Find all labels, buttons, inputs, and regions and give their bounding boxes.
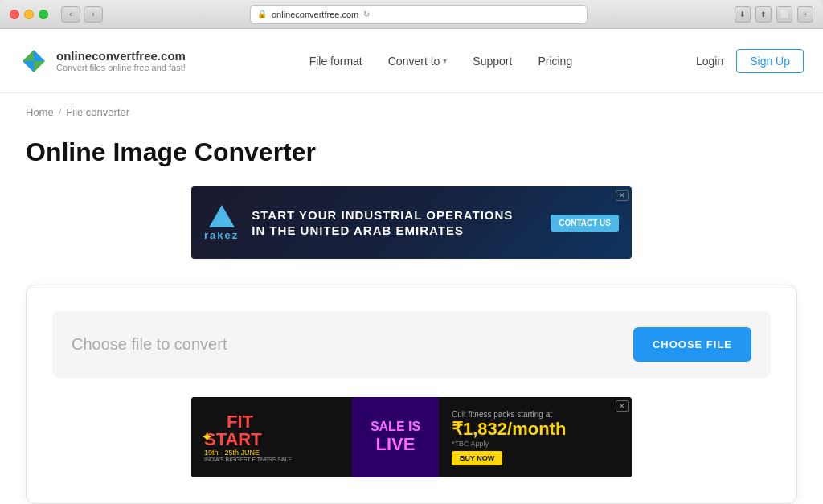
close-button[interactable] (10, 10, 19, 19)
ad-banner-top: ✕ rakez START YOUR INDUSTRIAL OPERATIONS… (191, 186, 632, 259)
page-title: Online Image Converter (26, 137, 797, 167)
download-icon[interactable]: ⬇ (735, 6, 751, 23)
page-body: Home / File converter Online Image Conve… (0, 93, 823, 504)
price-value: ₹ (452, 419, 463, 439)
converter-box: Choose file to convert CHOOSE FILE ✕ ✦ F… (26, 285, 797, 504)
logo-area: onlineconvertfree.com Convert files onli… (19, 47, 186, 76)
ad-badge: ✕ (616, 190, 629, 201)
nav-convert-to[interactable]: Convert to ▾ (388, 55, 448, 68)
breadcrumb: Home / File converter (26, 106, 797, 118)
nav-convert-to-label: Convert to (388, 55, 440, 68)
file-choose-row: Choose file to convert CHOOSE FILE (52, 311, 771, 378)
maximize-button[interactable] (39, 10, 48, 19)
logo-tagline: Convert files online free and fast! (56, 63, 186, 72)
tbc-text: *TBC Apply (452, 440, 619, 448)
fitness-icon: ✦ (201, 428, 213, 446)
ad-mid-section: SALE IS LIVE (352, 397, 439, 477)
ad-banner-bottom: ✕ ✦ FIT START 19th - 25th JUNE INDIA'S B… (191, 397, 632, 477)
header-actions: Login Sign Up (696, 49, 804, 73)
ad-right-section: Cult fitness packs starting at ₹1,832/mo… (439, 397, 632, 477)
fit-text: FIT (227, 413, 339, 431)
forward-button[interactable]: › (84, 6, 103, 23)
price-text: ₹1,832/month (452, 419, 619, 440)
refresh-icon[interactable]: ↻ (363, 10, 370, 18)
browser-nav-buttons: ‹ › (61, 6, 103, 23)
url-text: onlineconvertfree.com (272, 10, 358, 19)
nav-file-format[interactable]: File format (309, 55, 362, 68)
india-text: INDIA'S BIGGEST FITNESS SALE (204, 457, 339, 462)
logo-text-block: onlineconvertfree.com Convert files onli… (56, 49, 186, 72)
choose-file-label: Choose file to convert (72, 335, 620, 354)
signup-button[interactable]: Sign Up (736, 49, 804, 73)
breadcrumb-home[interactable]: Home (26, 106, 54, 118)
logo-name: onlineconvertfree.com (56, 49, 186, 63)
dates-text: 19th - 25th JUNE (204, 449, 339, 457)
choose-file-button[interactable]: CHOOSE FILE (633, 327, 751, 362)
sale-is-text: SALE IS (371, 420, 420, 434)
price-number: 1,832/month (463, 419, 566, 439)
ad-contact-us-button[interactable]: CONTACT US (551, 215, 619, 232)
page-content: onlineconvertfree.com Convert files onli… (0, 29, 823, 504)
rakez-company-name: rakez (204, 229, 239, 241)
live-text: LIVE (376, 434, 416, 455)
breadcrumb-current: File converter (66, 106, 129, 118)
ad-headline-line1: START YOUR INDUSTRIAL OPERATIONS (252, 207, 541, 223)
cult-text: Cult fitness packs starting at (452, 410, 619, 419)
address-bar-area: 🔒 onlineconvertfree.com ↻ (109, 5, 728, 24)
ad-bottom-inner: ✦ FIT START 19th - 25th JUNE INDIA'S BIG… (191, 397, 632, 477)
nav-support[interactable]: Support (473, 55, 512, 68)
buy-now-button[interactable]: BUY NOW (452, 451, 502, 465)
back-button[interactable]: ‹ (61, 6, 80, 23)
address-bar[interactable]: 🔒 onlineconvertfree.com ↻ (250, 5, 588, 24)
rakez-triangle-icon (209, 205, 235, 227)
ad-headline-line2: IN THE UNITED ARAB EMIRATES (252, 223, 541, 239)
breadcrumb-separator: / (59, 106, 62, 118)
site-header: onlineconvertfree.com Convert files onli… (0, 29, 823, 93)
toolbar-right: ⬇ ⬆ ⬜ + (735, 6, 813, 23)
share-icon[interactable]: ⬆ (755, 6, 772, 23)
ad-headline: START YOUR INDUSTRIAL OPERATIONS IN THE … (252, 207, 541, 239)
nav-support-label: Support (473, 55, 512, 68)
nav-pricing[interactable]: Pricing (538, 55, 572, 68)
ad-main-text: START YOUR INDUSTRIAL OPERATIONS IN THE … (252, 207, 541, 239)
ad-left-section: ✦ FIT START 19th - 25th JUNE INDIA'S BIG… (191, 397, 352, 477)
convert-to-chevron: ▾ (443, 56, 447, 65)
lock-icon: 🔒 (257, 10, 267, 18)
add-tab-icon[interactable]: + (797, 6, 813, 23)
ad2-badge: ✕ (616, 400, 629, 412)
rakez-logo: rakez (204, 205, 239, 241)
windows-icon[interactable]: ⬜ (776, 6, 792, 23)
login-button[interactable]: Login (696, 55, 723, 68)
minimize-button[interactable] (24, 10, 34, 19)
nav-pricing-label: Pricing (538, 55, 572, 68)
nav-file-format-label: File format (309, 55, 362, 68)
logo-icon (19, 47, 48, 76)
main-nav: File format Convert to ▾ Support Pricing (186, 55, 696, 68)
traffic-lights (10, 10, 48, 19)
title-bar: ‹ › 🔒 onlineconvertfree.com ↻ ⬇ ⬆ ⬜ + (0, 0, 823, 29)
start-text: START (204, 431, 339, 449)
